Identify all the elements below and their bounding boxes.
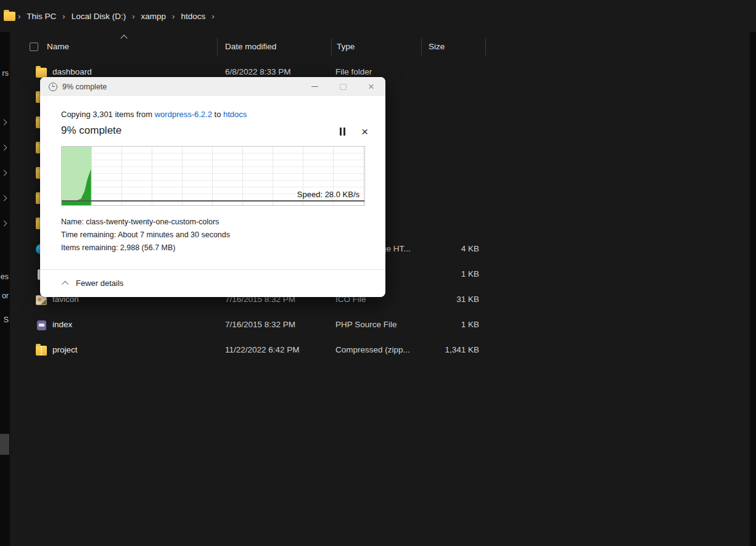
chevron-right-icon: › — [129, 12, 137, 21]
chevron-right-icon[interactable] — [1, 170, 7, 176]
column-header-name[interactable]: Name — [47, 42, 69, 51]
nav-item-fragment[interactable]: S — [0, 316, 9, 324]
file-size: 1,341 KB — [421, 345, 479, 354]
table-row[interactable]: project 11/22/2022 6:42 PM Compressed (z… — [0, 338, 756, 364]
table-row[interactable]: index 7/16/2015 8:32 PM PHP Source File … — [0, 313, 756, 338]
file-date: 6/8/2022 8:33 PM — [225, 67, 291, 76]
chevron-right-icon[interactable] — [1, 221, 7, 227]
clock-icon — [49, 83, 57, 91]
chevron-right-icon: › — [60, 12, 67, 21]
close-icon: × — [368, 81, 374, 92]
close-button[interactable]: × — [357, 77, 385, 96]
maximize-button[interactable] — [329, 77, 357, 96]
dialog-divider — [40, 269, 385, 270]
maximize-icon — [340, 84, 347, 90]
speed-curve — [62, 147, 91, 205]
file-size: 1 KB — [421, 269, 479, 279]
time-remaining-line: Time remaining: About 7 minutes and 30 s… — [61, 230, 230, 239]
minimize-icon — [311, 86, 318, 88]
chevron-right-icon[interactable] — [1, 195, 7, 202]
column-divider[interactable] — [217, 38, 218, 55]
progress-heading: 9% complete — [61, 124, 121, 137]
file-type: PHP Source File — [335, 320, 397, 329]
column-header-type[interactable]: Type — [337, 42, 355, 51]
items-remaining-line: Items remaining: 2,988 (56.7 MB) — [61, 243, 176, 252]
column-header-row: Name Date modified Type Size — [10, 36, 750, 59]
nav-item-fragment[interactable]: es — [0, 272, 9, 281]
dialog-title: 9% complete — [62, 83, 107, 91]
file-type: Compressed (zipp... — [335, 345, 410, 354]
column-divider[interactable] — [421, 38, 422, 55]
nav-item-fragment[interactable]: or — [0, 291, 9, 300]
speed-graph: Speed: 28.0 KB/s — [61, 146, 365, 206]
dialog-titlebar[interactable]: 9% complete × — [40, 77, 385, 96]
breadcrumb-this-pc[interactable]: This PC — [23, 9, 60, 23]
copy-prefix: Copying 3,301 items from — [61, 110, 155, 119]
chevron-right-icon[interactable] — [1, 120, 7, 126]
column-header-date-modified[interactable]: Date modified — [225, 42, 276, 51]
navigation-pane-clipped: rs es or S — [0, 32, 10, 546]
breadcrumb-xampp[interactable]: xampp — [138, 9, 170, 23]
source-folder-link[interactable]: wordpress-6.2.2 — [155, 110, 212, 119]
chevron-right-icon: › — [170, 12, 177, 21]
chevron-right-icon[interactable] — [1, 145, 7, 151]
copy-description: Copying 3,301 items from wordpress-6.2.2… — [61, 110, 247, 119]
file-date: 7/16/2015 8:32 PM — [225, 320, 295, 329]
nav-scrollbar-thumb[interactable] — [0, 434, 9, 455]
file-type: File folder — [335, 67, 372, 76]
name-line: Name: class-twenty-twenty-one-custom-col… — [61, 218, 219, 226]
column-divider[interactable] — [485, 38, 486, 55]
file-name: project — [52, 345, 78, 354]
breadcrumb-local-disk[interactable]: Local Disk (D:) — [68, 9, 130, 23]
php-icon — [37, 320, 46, 330]
column-divider[interactable] — [331, 38, 332, 55]
copy-progress-dialog: 9% complete × Copying 3,301 items from w… — [40, 77, 385, 297]
chevron-right-icon: › — [209, 12, 216, 21]
file-size: 1 KB — [421, 320, 479, 329]
fewer-details-label: Fewer details — [76, 279, 123, 288]
minimize-button[interactable] — [300, 77, 329, 96]
folder-icon — [36, 68, 47, 78]
progress-fill — [62, 147, 91, 205]
select-all-checkbox[interactable] — [30, 43, 38, 51]
breadcrumb: › This PC › Local Disk (D:) › xampp › ht… — [0, 0, 756, 32]
file-date: 11/22/2022 6:42 PM — [225, 345, 300, 354]
column-header-size[interactable]: Size — [429, 42, 445, 51]
copy-middle: to — [212, 110, 223, 119]
file-name: dashboard — [52, 67, 92, 76]
zip-folder-icon — [36, 346, 47, 356]
chevron-right-icon: › — [15, 12, 23, 21]
folder-icon — [4, 12, 15, 21]
pause-button[interactable] — [340, 128, 345, 136]
cancel-copy-button[interactable]: × — [361, 126, 368, 137]
file-size: 31 KB — [421, 295, 479, 304]
fewer-details-toggle[interactable]: Fewer details — [64, 279, 123, 288]
speed-label: Speed: 28.0 KB/s — [297, 190, 360, 199]
dialog-body: Copying 3,301 items from wordpress-6.2.2… — [40, 96, 385, 297]
nav-item-fragment[interactable]: rs — [0, 69, 9, 78]
sort-ascending-icon — [120, 35, 127, 41]
graph-baseline — [62, 200, 364, 202]
file-name: index — [52, 320, 72, 329]
chevron-up-icon — [62, 280, 68, 287]
destination-folder-link[interactable]: htdocs — [223, 110, 247, 119]
file-size: 4 KB — [421, 244, 479, 253]
breadcrumb-htdocs[interactable]: htdocs — [177, 9, 209, 23]
